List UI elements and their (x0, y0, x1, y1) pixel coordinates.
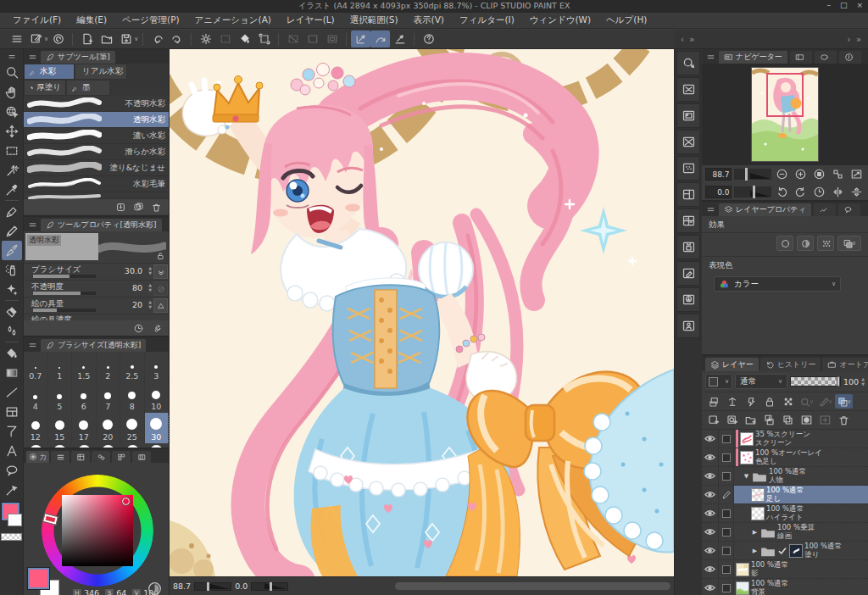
param-opacity[interactable]: 不透明度 80 ▲▼ (24, 281, 169, 298)
expand-left-icon[interactable]: » (689, 35, 694, 44)
size-cell[interactable]: 2 (97, 352, 121, 382)
pen-tool[interactable] (2, 202, 22, 221)
add-subtool-icon[interactable] (133, 202, 144, 213)
subview-tab[interactable] (790, 51, 812, 64)
color-mode-toggle-icon[interactable] (147, 581, 162, 595)
param-brush-size[interactable]: ブラシサイズ 30.0 ▲▼ (24, 264, 169, 281)
size-cell[interactable]: 12 (24, 413, 48, 443)
pencil-tool[interactable] (2, 221, 22, 241)
navigator-preview[interactable] (702, 64, 868, 165)
lock-transparent-pixels-icon[interactable] (779, 394, 797, 409)
param-paint-density[interactable]: 絵の具濃度 (24, 314, 169, 320)
menu-animation[interactable]: アニメーション(A) (187, 14, 279, 26)
new-folder-icon[interactable] (742, 413, 760, 427)
help-icon[interactable] (419, 31, 438, 47)
brush-size-tab[interactable]: ブラシサイズ[透明水彩] (41, 339, 146, 352)
menu-icon[interactable] (7, 31, 26, 47)
gradient-tool[interactable] (2, 363, 22, 382)
new-canvas-icon[interactable] (77, 31, 97, 47)
visibility-eye-icon[interactable] (702, 542, 719, 559)
size-cell-selected[interactable]: 30 (145, 413, 170, 443)
layer-row[interactable]: 100 %通常影 (702, 560, 868, 579)
quick-share-tab[interactable] (815, 51, 837, 64)
create-layer-mask-icon[interactable] (798, 413, 815, 427)
size-cell[interactable]: 1 (48, 352, 73, 382)
visibility-eye-icon[interactable] (702, 504, 719, 522)
layer-color-toggle-icon[interactable]: ∨ (835, 394, 853, 409)
layer-row[interactable]: 100 %オーバーレイ色足し (702, 448, 868, 467)
color-history-tab[interactable] (132, 451, 151, 463)
collapse-left-icon[interactable]: ‹ (681, 35, 684, 44)
menu-view[interactable]: 表示(V) (406, 14, 452, 26)
brush-item[interactable]: 塗り&なじませ (24, 160, 169, 176)
panel-menu-icon[interactable] (704, 203, 716, 215)
close-button[interactable]: × (856, 1, 863, 9)
move-layer-tool[interactable] (2, 121, 22, 141)
layer-row-folder[interactable]: ▶ 100 %通常塗り (702, 542, 868, 560)
size-cell[interactable]: 3 (145, 352, 170, 382)
snap-grid-icon[interactable] (390, 31, 409, 47)
import-subtool-icon[interactable] (115, 202, 126, 213)
param-source-button[interactable] (153, 264, 168, 279)
visibility-eye-icon[interactable] (702, 430, 719, 448)
eyedropper-tool[interactable] (2, 180, 22, 199)
expression-color-select[interactable]: カラー ∨ (714, 276, 841, 292)
navigator-rotation-slider[interactable] (734, 186, 771, 197)
subtool-group-tab-real-watercolor[interactable]: リアル水彩 (75, 64, 127, 80)
tone-effect-icon[interactable] (817, 236, 834, 251)
information-tab[interactable] (839, 51, 861, 64)
size-cell[interactable]: 7 (97, 382, 121, 413)
panel-menu-icon[interactable] (26, 339, 38, 351)
canvas[interactable] (170, 49, 674, 576)
figure-tool[interactable] (2, 382, 22, 402)
layer-checkbox[interactable] (719, 467, 734, 485)
subtool-panel-tab[interactable]: サブツール[筆] (41, 51, 115, 64)
hand-tool[interactable] (2, 82, 22, 102)
auto-select-tool[interactable] (2, 160, 22, 180)
new-vector-layer-icon[interactable] (723, 413, 741, 427)
color-slider-tab[interactable] (51, 451, 70, 463)
param-paint-amount[interactable]: 絵の具量 20 ▲▼ (24, 298, 169, 314)
correct-line-tool[interactable] (2, 480, 22, 499)
fill-tool[interactable] (2, 343, 22, 363)
navigator-zoom-slider[interactable] (734, 169, 771, 180)
text-tool[interactable] (2, 441, 22, 460)
clear-icon[interactable] (196, 31, 215, 47)
zoom-out-icon[interactable] (774, 167, 790, 181)
size-cell[interactable]: 17 (72, 413, 97, 443)
brush-item-selected[interactable]: 透明水彩 (24, 112, 169, 128)
navigator-tab[interactable]: ナビゲーター (719, 51, 787, 64)
transparent-color-swatch[interactable] (1, 533, 22, 541)
color-set-tab[interactable] (71, 451, 90, 463)
image-material-icon[interactable] (676, 103, 700, 128)
size-cell[interactable]: 25 (120, 413, 145, 443)
menu-edit[interactable]: 編集(E) (69, 14, 114, 26)
menu-filter[interactable]: フィルター(I) (452, 14, 522, 26)
subtool-group-tab-ink[interactable]: 墨 (66, 80, 110, 96)
size-cell[interactable]: 8 (120, 382, 145, 413)
brush-item[interactable]: 濃い水彩 (24, 128, 169, 144)
horizontal-scrollbar[interactable] (297, 582, 670, 590)
frame-disabled-icon[interactable] (322, 31, 342, 47)
layer-checkbox[interactable] (719, 504, 734, 522)
visibility-eye-icon[interactable] (702, 560, 719, 578)
3d-material-icon[interactable] (676, 314, 700, 338)
operation-tool[interactable] (2, 102, 22, 121)
enable-mask-icon[interactable]: ∨ (798, 394, 815, 409)
history-tab[interactable]: ヒストリー (760, 358, 821, 371)
size-cell[interactable]: 15 (48, 413, 73, 443)
flip-horizontal-icon[interactable] (830, 185, 846, 199)
approximate-color-tab[interactable] (112, 451, 131, 463)
menu-window[interactable]: ウィンドウ(W) (522, 14, 598, 26)
maximize-button[interactable]: □ (840, 1, 848, 9)
fill-selection-icon[interactable] (235, 31, 254, 47)
fringe-effect-icon[interactable] (797, 236, 814, 251)
download-material-icon[interactable] (676, 287, 700, 312)
toolstrip-menu-icon[interactable] (2, 50, 22, 63)
new-raster-layer-icon[interactable] (704, 413, 722, 427)
zoom-tool[interactable] (2, 63, 22, 82)
draft-layer-icon[interactable] (742, 394, 760, 409)
opacity-slider[interactable] (790, 376, 841, 386)
sv-cursor[interactable] (122, 498, 130, 505)
clip-to-layer-below-icon[interactable] (704, 394, 722, 409)
